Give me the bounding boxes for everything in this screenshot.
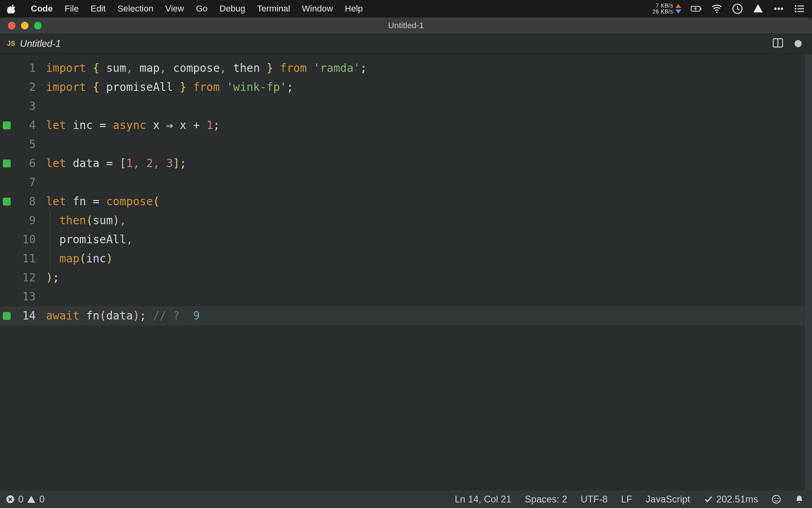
network-stats[interactable]: 7 KB/s 26 KB/s: [652, 3, 681, 14]
line-number: 7: [13, 173, 46, 192]
line-number: 6: [13, 154, 46, 173]
code-line[interactable]: 9 then(sum),: [0, 211, 804, 230]
indent-guide: [50, 249, 50, 268]
code-editor[interactable]: 1import { sum, map, compose, then } from…: [0, 54, 804, 491]
menu-help[interactable]: Help: [345, 4, 363, 14]
menu-debug[interactable]: Debug: [220, 4, 245, 14]
menu-selection[interactable]: Selection: [117, 4, 153, 14]
status-eol[interactable]: LF: [621, 494, 632, 505]
dirty-indicator-icon[interactable]: [795, 40, 802, 47]
menu-go[interactable]: Go: [196, 4, 207, 14]
line-number: 8: [13, 192, 46, 211]
status-spaces[interactable]: Spaces: 2: [525, 494, 567, 505]
apple-logo-icon[interactable]: [7, 4, 17, 13]
svg-point-5: [778, 8, 780, 10]
svg-rect-1: [701, 8, 702, 10]
code-content[interactable]: then(sum),: [46, 211, 126, 230]
line-number: 5: [13, 135, 46, 154]
code-content[interactable]: map(inc): [46, 249, 113, 268]
code-line[interactable]: 11 map(inc): [0, 249, 804, 268]
breakpoint-icon[interactable]: [3, 312, 11, 320]
line-number: 13: [13, 287, 46, 306]
svg-point-6: [781, 8, 783, 10]
gutter-marker: [0, 160, 13, 167]
timing-value: 202.51ms: [716, 494, 758, 505]
status-feedback-icon[interactable]: [772, 495, 781, 504]
editor-tab-untitled[interactable]: JS Untitled-1: [0, 33, 69, 54]
wifi-icon[interactable]: [711, 3, 722, 14]
upload-icon: [676, 4, 681, 8]
code-line[interactable]: 10 promiseAll,: [0, 230, 804, 249]
status-language[interactable]: JavaScript: [646, 494, 690, 505]
code-content[interactable]: promiseAll,: [46, 230, 133, 249]
line-number: 2: [13, 78, 46, 97]
macos-menubar: Code File Edit Selection View Go Debug T…: [0, 0, 812, 17]
menu-window[interactable]: Window: [302, 4, 333, 14]
code-content[interactable]: let data = [1, 2, 3];: [46, 154, 186, 173]
download-icon: [676, 10, 681, 13]
code-line[interactable]: 1import { sum, map, compose, then } from…: [0, 59, 804, 78]
status-encoding[interactable]: UTF-8: [581, 494, 608, 505]
code-line[interactable]: 7: [0, 173, 804, 192]
indent-guide: [50, 211, 50, 230]
breakpoint-icon[interactable]: [3, 160, 11, 167]
status-timing[interactable]: 202.51ms: [704, 494, 758, 505]
svg-point-16: [772, 495, 780, 503]
error-count: 0: [18, 494, 23, 505]
battery-icon[interactable]: [691, 3, 702, 14]
editor-scrollbar[interactable]: [804, 54, 812, 491]
svg-point-18: [777, 498, 778, 499]
line-number: 3: [13, 97, 46, 116]
code-content[interactable]: import { promiseAll } from 'wink-fp';: [46, 78, 293, 97]
gutter-marker: [0, 198, 13, 206]
traffic-lights: [0, 22, 42, 29]
line-number: 9: [13, 211, 46, 230]
status-position[interactable]: Ln 14, Col 21: [455, 494, 511, 505]
code-content[interactable]: let inc = async x ⇒ x + 1;: [46, 116, 220, 135]
code-content[interactable]: );: [46, 268, 59, 287]
window-title: Untitled-1: [0, 21, 812, 30]
gutter-marker: [0, 121, 13, 129]
code-line[interactable]: 14await fn(data); // ? 9: [0, 306, 804, 325]
menu-edit[interactable]: Edit: [90, 4, 105, 14]
editor-tabbar: JS Untitled-1: [0, 33, 812, 54]
window-close-button[interactable]: [8, 22, 15, 29]
code-line[interactable]: 8let fn = compose(: [0, 192, 804, 211]
breakpoint-icon[interactable]: [3, 198, 11, 206]
code-line[interactable]: 3: [0, 97, 804, 116]
svg-point-4: [774, 8, 777, 10]
status-errors[interactable]: 0: [6, 494, 23, 505]
menu-app[interactable]: Code: [31, 4, 53, 14]
split-editor-icon[interactable]: [772, 37, 783, 50]
status-warnings[interactable]: 0: [27, 494, 44, 505]
code-line[interactable]: 4let inc = async x ⇒ x + 1;: [0, 116, 804, 135]
window-minimize-button[interactable]: [21, 22, 29, 29]
menu-list-icon[interactable]: [794, 3, 805, 14]
spotlight-icon[interactable]: [753, 3, 764, 14]
window-titlebar[interactable]: Untitled-1: [0, 17, 812, 33]
code-line[interactable]: 5: [0, 135, 804, 154]
code-content[interactable]: await fn(data); // ? 9: [46, 306, 200, 325]
indent-guide: [50, 230, 50, 249]
net-down-label: 26 KB/s: [652, 9, 673, 15]
code-line[interactable]: 13: [0, 287, 804, 306]
menu-dots-icon[interactable]: [773, 3, 784, 14]
code-line[interactable]: 6let data = [1, 2, 3];: [0, 154, 804, 173]
line-number: 1: [13, 59, 46, 78]
svg-point-7: [795, 5, 797, 7]
clock-icon[interactable]: [732, 3, 743, 14]
line-number: 12: [13, 268, 46, 287]
net-up-label: 7 KB/s: [656, 3, 673, 9]
breakpoint-icon[interactable]: [3, 121, 11, 129]
menu-terminal[interactable]: Terminal: [257, 4, 290, 14]
code-content[interactable]: import { sum, map, compose, then } from …: [46, 59, 367, 78]
editor-area: 1import { sum, map, compose, then } from…: [0, 54, 812, 491]
code-content[interactable]: let fn = compose(: [46, 192, 160, 211]
status-bell-icon[interactable]: [795, 495, 804, 504]
code-line[interactable]: 12);: [0, 268, 804, 287]
menu-file[interactable]: File: [65, 4, 79, 14]
code-line[interactable]: 2import { promiseAll } from 'wink-fp';: [0, 78, 804, 97]
window-zoom-button[interactable]: [34, 22, 42, 29]
warning-count: 0: [39, 494, 44, 505]
menu-view[interactable]: View: [165, 4, 184, 14]
